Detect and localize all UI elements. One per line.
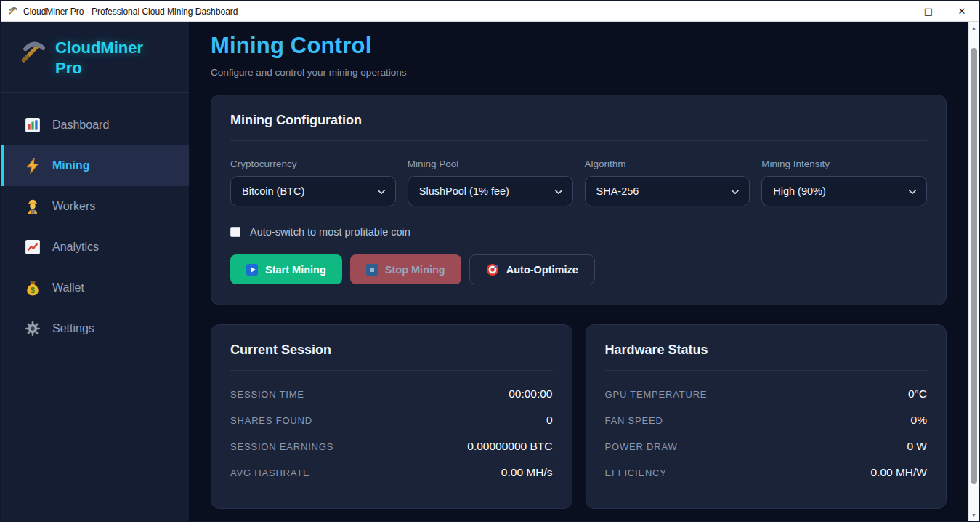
- target-icon: [486, 263, 499, 276]
- stat-label: POWER DRAW: [605, 441, 678, 452]
- field-label: Algorithm: [585, 158, 750, 169]
- stat-label: AVG HASHRATE: [230, 467, 310, 478]
- sidebar-item-mining[interactable]: Mining: [1, 145, 189, 186]
- page-title: Mining Control: [211, 33, 947, 59]
- field-label: Mining Intensity: [761, 158, 927, 169]
- stat-row-fan-speed: FAN SPEED 0%: [605, 407, 928, 433]
- sidebar: CloudMiner Pro Dashboard Mining: [1, 22, 189, 521]
- chevron-down-icon: [732, 186, 740, 194]
- cryptocurrency-select[interactable]: Bitcoin (BTC): [230, 176, 396, 206]
- vertical-scrollbar[interactable]: ▲ ▼: [968, 22, 979, 521]
- start-mining-button[interactable]: Start Mining: [230, 254, 342, 284]
- sidebar-item-workers[interactable]: Workers: [1, 186, 189, 227]
- mining-intensity-select[interactable]: High (90%): [761, 176, 927, 206]
- lightning-bolt-icon: [24, 157, 41, 174]
- sidebar-item-label: Analytics: [52, 241, 99, 254]
- field-label: Cryptocurrency: [230, 158, 396, 169]
- pickaxe-icon: [19, 38, 45, 67]
- status-cards-row: Current Session SESSION TIME 00:00:00 SH…: [211, 324, 947, 509]
- config-card-title: Mining Configuration: [230, 113, 927, 128]
- auto-switch-checkbox[interactable]: [230, 227, 240, 237]
- stop-mining-button[interactable]: Stop Mining: [350, 254, 461, 284]
- app-window: CloudMiner Pro - Professional Cloud Mini…: [0, 0, 980, 522]
- sidebar-item-settings[interactable]: Settings: [1, 308, 189, 349]
- select-value: High (90%): [773, 185, 826, 197]
- stat-label: FAN SPEED: [605, 415, 663, 426]
- session-card-title: Current Session: [230, 342, 553, 358]
- sidebar-item-dashboard[interactable]: Dashboard: [1, 105, 189, 145]
- field-cryptocurrency: Cryptocurrency Bitcoin (BTC): [230, 158, 396, 206]
- stat-value: 0.00 MH/W: [870, 466, 927, 479]
- action-buttons: Start Mining Stop Mining Auto-Optimize: [230, 254, 927, 284]
- maximize-button[interactable]: □: [912, 1, 945, 21]
- chevron-down-icon: [377, 186, 385, 194]
- window-app-icon: [1, 6, 23, 17]
- minimize-button[interactable]: —: [878, 1, 912, 21]
- stat-value: 0 W: [907, 440, 927, 453]
- stat-label: SESSION EARNINGS: [230, 441, 333, 452]
- svg-text:$: $: [31, 286, 35, 294]
- button-label: Stop Mining: [385, 264, 445, 276]
- stat-row-efficiency: EFFICIENCY 0.00 MH/W: [605, 459, 928, 486]
- current-session-card: Current Session SESSION TIME 00:00:00 SH…: [211, 324, 572, 509]
- sidebar-item-label: Mining: [52, 159, 90, 172]
- field-algorithm: Algorithm SHA-256: [585, 158, 750, 206]
- money-bag-icon: $: [24, 279, 41, 297]
- divider: [230, 370, 553, 371]
- main-content: Mining Control Configure and control you…: [189, 22, 968, 521]
- auto-switch-label: Auto-switch to most profitable coin: [250, 226, 410, 238]
- hardware-card-title: Hardware Status: [605, 342, 928, 358]
- field-mining-pool: Mining Pool SlushPool (1% fee): [408, 158, 573, 206]
- scroll-up-icon[interactable]: ▲: [969, 22, 979, 33]
- algorithm-select[interactable]: SHA-256: [585, 176, 750, 206]
- app-logo: CloudMiner Pro: [1, 22, 189, 93]
- stat-row-shares-found: SHARES FOUND 0: [230, 407, 553, 433]
- chart-increasing-icon: [24, 238, 41, 256]
- select-value: Bitcoin (BTC): [242, 185, 304, 197]
- chevron-down-icon: [554, 186, 562, 194]
- sidebar-item-label: Workers: [52, 200, 95, 213]
- sidebar-nav: Dashboard Mining Workers: [1, 93, 189, 349]
- stat-value: 0.00 MH/s: [501, 466, 553, 479]
- button-label: Start Mining: [265, 264, 326, 276]
- bar-chart-icon: [24, 116, 41, 134]
- stop-button-icon: [366, 264, 378, 276]
- stat-label: SHARES FOUND: [230, 415, 312, 426]
- window-title: CloudMiner Pro - Professional Cloud Mini…: [23, 7, 878, 17]
- field-label: Mining Pool: [408, 158, 573, 169]
- stat-value: 0: [546, 414, 553, 427]
- auto-optimize-button[interactable]: Auto-Optimize: [469, 254, 595, 284]
- stat-row-avg-hashrate: AVG HASHRATE 0.00 MH/s: [230, 459, 553, 486]
- select-value: SHA-256: [596, 185, 639, 197]
- divider: [605, 370, 928, 371]
- sidebar-item-label: Wallet: [52, 281, 84, 294]
- stat-label: EFFICIENCY: [605, 467, 667, 478]
- construction-worker-icon: [24, 198, 41, 215]
- scrollbar-thumb[interactable]: [971, 48, 977, 484]
- close-button[interactable]: ✕: [945, 1, 979, 21]
- page-subtitle: Configure and control your mining operat…: [211, 67, 947, 78]
- button-label: Auto-Optimize: [506, 264, 578, 276]
- title-bar: CloudMiner Pro - Professional Cloud Mini…: [1, 1, 979, 22]
- chevron-down-icon: [908, 186, 916, 194]
- stat-row-power-draw: POWER DRAW 0 W: [605, 433, 928, 459]
- mining-pool-select[interactable]: SlushPool (1% fee): [408, 176, 573, 206]
- stat-value: 0°C: [908, 388, 927, 401]
- mining-configuration-card: Mining Configuration Cryptocurrency Bitc…: [211, 95, 947, 305]
- sidebar-item-label: Dashboard: [52, 119, 109, 132]
- sidebar-item-label: Settings: [52, 322, 94, 335]
- field-mining-intensity: Mining Intensity High (90%): [761, 158, 927, 206]
- stat-row-gpu-temperature: GPU TEMPERATURE 0°C: [605, 381, 928, 407]
- stat-value: 0.00000000 BTC: [467, 440, 552, 453]
- auto-switch-row: Auto-switch to most profitable coin: [230, 226, 927, 238]
- select-value: SlushPool (1% fee): [419, 185, 509, 197]
- config-form: Cryptocurrency Bitcoin (BTC) Mining Pool…: [230, 158, 927, 206]
- sidebar-item-wallet[interactable]: $ Wallet: [1, 268, 189, 308]
- app-logo-text: CloudMiner Pro: [55, 38, 157, 78]
- scroll-down-icon[interactable]: ▼: [969, 509, 979, 521]
- sidebar-item-analytics[interactable]: Analytics: [1, 227, 189, 268]
- gear-icon: [24, 320, 41, 337]
- play-button-icon: [246, 264, 258, 276]
- stat-label: GPU TEMPERATURE: [605, 389, 708, 400]
- divider: [230, 140, 927, 141]
